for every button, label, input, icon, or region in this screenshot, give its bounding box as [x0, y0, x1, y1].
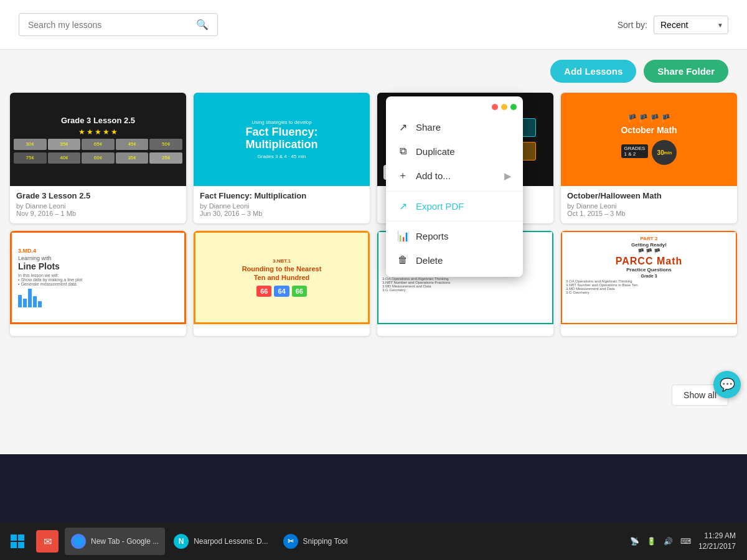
fact-grades: Grades 3 & 4 · 45 min: [258, 154, 306, 159]
context-menu-reports[interactable]: 📊 Reports: [386, 224, 523, 248]
context-menu-divider-1: [386, 191, 523, 192]
export-pdf-icon: ↗: [397, 200, 408, 212]
parcc2-grade: Grade 3: [641, 274, 657, 278]
lp-learning: Learning with: [18, 255, 52, 261]
lp-desc: In this lesson we will:▪ Show data by ma…: [18, 273, 82, 286]
lesson-grid: Grade 3 Lesson 2.5 ★ ★ ★ ★ ★ 30¢ 35¢ 65¢…: [0, 93, 747, 346]
snipping-icon: ✂: [283, 534, 298, 549]
parcc-standards: 3.OA Operations and Algebraic Thinking 3…: [382, 277, 548, 292]
round-item-3: 66: [292, 286, 307, 297]
nearpod-icon: N: [174, 534, 189, 549]
taskbar-chrome-label: New Tab - Google ...: [91, 537, 159, 546]
round-standard: 3.NBT.1: [273, 258, 291, 264]
chrome-icon: 🌐: [71, 534, 86, 549]
lesson-info-7: [377, 324, 553, 336]
taskbar-time-value: 11:29 AM: [698, 531, 736, 541]
lesson-thumbnail-8: PART 2 Getting Ready! 🏴🏴🏴 PARCC Math Pra…: [561, 231, 737, 324]
svg-rect-0: [11, 534, 17, 541]
parcc2-subtitle: Practice Questions: [626, 267, 671, 273]
parcc2-part: PART 2: [641, 236, 658, 241]
taskbar-app-snipping[interactable]: ✂ Snipping Tool: [277, 528, 364, 555]
add-lessons-button[interactable]: Add Lessons: [550, 60, 636, 83]
sort-label: Sort by:: [618, 20, 647, 30]
star-1: ★: [78, 128, 85, 136]
taskbar-app-chrome[interactable]: 🌐 New Tab - Google ...: [65, 528, 165, 555]
sort-area: Sort by: Recent Oldest A-Z Z-A: [618, 16, 728, 34]
lesson-thumbnail-1: Grade 3 Lesson 2.5 ★ ★ ★ ★ ★ 30¢ 35¢ 65¢…: [10, 93, 186, 186]
search-input[interactable]: [28, 20, 196, 30]
lesson-author-2: by Dianne Leoni: [200, 202, 364, 210]
oct-flags: 🏴 🏴 🏴 🏴: [627, 114, 670, 123]
lesson-info-5: [10, 324, 186, 336]
close-dot: [492, 104, 498, 110]
grade3-stars: ★ ★ ★ ★ ★: [78, 128, 118, 136]
parcc2-banner: PARCC Math: [616, 256, 682, 267]
lesson-card-5[interactable]: 3.MD.4 Learning with Line Plots In this …: [10, 231, 186, 336]
context-menu-divider-2: [386, 221, 523, 222]
start-button[interactable]: [5, 529, 30, 554]
taskbar-right: 📡 🔋 🔊 ⌨ 11:29 AM 12/21/2017: [630, 531, 742, 552]
context-menu: ↗ Share ⧉ Duplicate ＋ Add to... ▶ ↗ Expo…: [386, 96, 523, 277]
taskbar-icon-mail[interactable]: ✉: [36, 530, 59, 553]
lesson-card-8[interactable]: PART 2 Getting Ready! 🏴🏴🏴 PARCC Math Pra…: [561, 231, 737, 336]
lesson-info-2: Fact Fluency: Multiplication by Dianne L…: [194, 186, 370, 223]
reports-icon: 📊: [397, 230, 408, 242]
lesson-author-4: by Dianne Leoni: [567, 202, 731, 210]
svg-rect-3: [18, 542, 24, 548]
chat-bubble[interactable]: 💬: [713, 371, 741, 398]
lesson-title-2: Fact Fluency: Multiplication: [200, 191, 364, 200]
context-menu-delete[interactable]: 🗑 Delete: [386, 248, 523, 272]
context-menu-add-to[interactable]: ＋ Add to... ▶: [386, 163, 523, 189]
app-container: 🔍 Sort by: Recent Oldest A-Z Z-A Add Les…: [0, 0, 747, 454]
taskbar-datetime: 11:29 AM 12/21/2017: [698, 531, 736, 552]
round-item-2: 64: [274, 286, 289, 297]
add-to-arrow-icon: ▶: [504, 170, 512, 182]
parcc2-getting: Getting Ready!: [631, 242, 667, 248]
taskbar-quick-icons: ✉: [32, 530, 62, 553]
lesson-thumbnail-6: 3.NBT.1 Rounding to the NearestTen and H…: [194, 231, 370, 324]
window-controls: [492, 104, 517, 110]
lesson-card-1[interactable]: Grade 3 Lesson 2.5 ★ ★ ★ ★ ★ 30¢ 35¢ 65¢…: [10, 93, 186, 223]
lesson-info-6: [194, 324, 370, 336]
context-menu-duplicate[interactable]: ⧉ Duplicate: [386, 139, 523, 163]
top-bar: 🔍 Sort by: Recent Oldest A-Z Z-A: [0, 0, 747, 50]
share-folder-button[interactable]: Share Folder: [644, 60, 728, 83]
add-icon: ＋: [397, 169, 408, 182]
taskbar-icon-keyboard: ⌨: [680, 537, 691, 546]
parcc2-standards: 3.OA Operations and Algebraic Thinking 3…: [566, 279, 732, 294]
lesson-info-8: [561, 324, 737, 336]
lesson-card-2[interactable]: Using strategies to develop Fact Fluency…: [194, 93, 370, 223]
windows-icon: [11, 534, 24, 548]
minimize-dot: [501, 104, 507, 110]
chat-icon: 💬: [720, 377, 735, 392]
thumb-grade3-title: Grade 3 Lesson 2.5: [61, 116, 135, 125]
context-menu-share[interactable]: ↗ Share: [386, 115, 523, 139]
lesson-info-4: October/Halloween Math by Dianne Leoni O…: [561, 186, 737, 223]
context-menu-export-pdf[interactable]: ↗ Export PDF: [386, 194, 523, 218]
lesson-title-1: Grade 3 Lesson 2.5: [16, 191, 180, 200]
lesson-card-4[interactable]: 🏴 🏴 🏴 🏴 October Math GRADES1 & 2 30min O…: [561, 93, 737, 223]
taskbar: ✉ 🌐 New Tab - Google ... N Nearpod Lesso…: [0, 523, 747, 560]
lesson-title-4: October/Halloween Math: [567, 191, 731, 200]
oct-title: October Math: [621, 125, 677, 135]
fact-subtitle: Using strategies to develop: [251, 119, 312, 125]
star-3: ★: [95, 128, 101, 136]
lesson-info-1: Grade 3 Lesson 2.5 by Dianne Leoni Nov 9…: [10, 186, 186, 223]
round-items: 66 64 66: [256, 286, 307, 297]
delete-icon: 🗑: [397, 254, 408, 266]
lesson-thumbnail-2: Using strategies to develop Fact Fluency…: [194, 93, 370, 186]
taskbar-icon-speaker: 🔊: [664, 537, 673, 546]
taskbar-icon-battery: 🔋: [647, 537, 656, 546]
duplicate-icon: ⧉: [397, 146, 408, 157]
taskbar-nearpod-label: Nearpod Lessons: D...: [194, 537, 268, 546]
lesson-card-6[interactable]: 3.NBT.1 Rounding to the NearestTen and H…: [194, 231, 370, 336]
search-icon: 🔍: [196, 19, 209, 30]
star-4: ★: [103, 128, 110, 136]
search-area: 🔍: [19, 13, 218, 36]
oct-grade-badge: GRADES1 & 2 30min: [621, 138, 677, 165]
taskbar-app-nearpod[interactable]: N Nearpod Lessons: D...: [167, 528, 274, 555]
action-bar: Add Lessons Share Folder: [0, 50, 747, 93]
context-menu-header: [386, 101, 523, 115]
maximize-dot: [510, 104, 517, 110]
sort-select[interactable]: Recent Oldest A-Z Z-A: [654, 16, 728, 34]
